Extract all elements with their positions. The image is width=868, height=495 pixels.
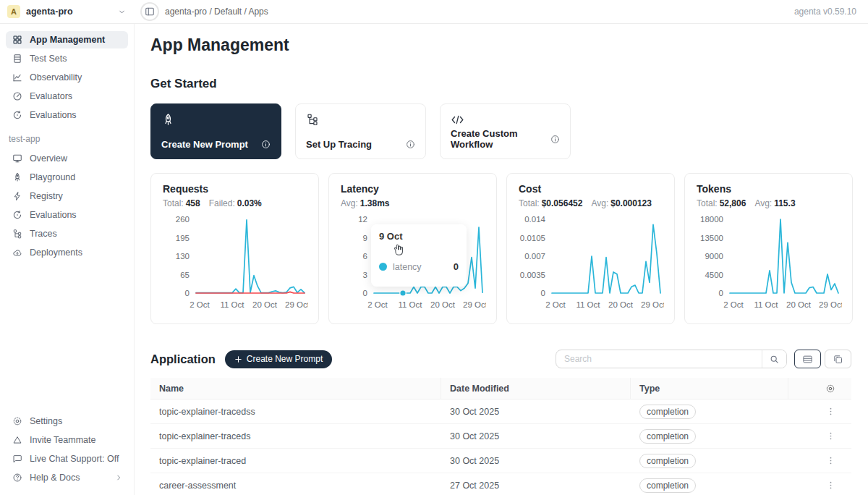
search-button[interactable] — [762, 350, 786, 368]
test-sets-icon — [12, 54, 22, 64]
rocket-icon — [12, 172, 22, 182]
get-started-cards: Create New Prompt Set Up Tracing — [150, 103, 851, 159]
tooltip-value: 0 — [454, 261, 459, 272]
sidebar-item-label: App Management — [30, 35, 105, 45]
sidebar-item-label: Traces — [30, 229, 57, 239]
card-label: Create Custom Workflow — [451, 128, 550, 150]
code-icon — [451, 113, 560, 127]
svg-text:130: 130 — [176, 252, 190, 261]
metric-title: Latency — [341, 183, 485, 195]
stat-label: Avg: — [591, 198, 608, 208]
info-icon[interactable] — [550, 135, 560, 144]
cost-metric-card: Cost Total:$0.056452 Avg:$0.000123 00.00… — [506, 173, 675, 324]
gear-icon — [12, 416, 22, 426]
stat-value: 0.03% — [237, 198, 262, 208]
table-row[interactable]: topic-explainer-traceds 30 Oct 2025 comp… — [150, 424, 851, 449]
table-row[interactable]: topic-explainer-traced 30 Oct 2025 compl… — [150, 449, 851, 473]
workspace-selector[interactable]: A agenta-pro — [0, 5, 135, 18]
app-name: topic-explainer-traced — [150, 456, 441, 466]
type-badge: completion — [639, 454, 696, 468]
stat-value: 52,806 — [720, 198, 746, 208]
sidebar-item-evaluations-app[interactable]: Evaluations — [6, 206, 128, 224]
set-up-tracing-card[interactable]: Set Up Tracing — [295, 103, 426, 159]
sidebar-item-settings[interactable]: Settings — [6, 412, 128, 430]
row-menu-icon[interactable] — [826, 407, 835, 416]
sidebar-item-live-chat-support[interactable]: Live Chat Support: Off — [6, 450, 128, 468]
stat-label: Avg: — [341, 198, 358, 208]
stat-label: Total: — [519, 198, 540, 208]
table-row[interactable]: topic-explainer-tracedss 30 Oct 2025 com… — [150, 399, 851, 424]
sidebar-item-deployments[interactable]: Deployments — [6, 244, 128, 261]
create-new-prompt-button[interactable]: Create New Prompt — [225, 350, 332, 368]
info-icon[interactable] — [261, 140, 271, 149]
chart-tooltip: 9 Oct latency 0 — [371, 224, 467, 287]
column-header-name[interactable]: Name — [150, 378, 441, 399]
card-view-button[interactable] — [825, 350, 851, 368]
cost-chart[interactable]: 00.00350.0070.01050.0142 Oct11 Oct20 Oct… — [519, 212, 663, 316]
rocket-icon — [161, 113, 271, 127]
create-custom-workflow-card[interactable]: Create Custom Workflow — [440, 103, 571, 159]
requests-chart[interactable]: 0651301952602 Oct11 Oct20 Oct29 Oct — [163, 212, 307, 316]
tooltip-date: 9 Oct — [379, 231, 459, 242]
main-content: App Management Get Started Create New Pr… — [135, 24, 868, 495]
sidebar-item-test-sets[interactable]: Test Sets — [6, 50, 128, 67]
info-icon[interactable] — [406, 140, 415, 149]
svg-text:0: 0 — [185, 289, 190, 297]
svg-text:4500: 4500 — [705, 271, 723, 279]
collapse-panel-icon — [145, 7, 155, 17]
table-view-button[interactable] — [794, 350, 821, 368]
sidebar-item-app-management[interactable]: App Management — [6, 31, 128, 48]
sidebar-item-evaluators[interactable]: Evaluators — [6, 88, 128, 105]
stat-value: 458 — [186, 198, 200, 208]
table-settings-gear-icon[interactable] — [825, 384, 835, 394]
metric-cards: Requests Total:458 Failed:0.03% 06513019… — [150, 173, 851, 324]
sidebar-item-playground[interactable]: Playground — [6, 169, 128, 186]
svg-text:0.0035: 0.0035 — [520, 271, 545, 279]
tokens-metric-card: Tokens Total:52,806 Avg:115.3 0450090001… — [684, 173, 853, 324]
tokens-chart[interactable]: 04500900013500180002 Oct11 Oct20 Oct29 O… — [697, 212, 841, 316]
create-button-label: Create New Prompt — [247, 354, 323, 364]
view-toggle — [794, 350, 851, 368]
breadcrumb[interactable]: agenta-pro / Default / Apps — [165, 7, 268, 17]
table-header: Name Date Modified Type — [150, 378, 851, 399]
sidebar-item-invite-teammate[interactable]: Invite Teammate — [6, 431, 128, 449]
metric-title: Cost — [519, 183, 663, 195]
svg-text:2 Oct: 2 Oct — [367, 300, 388, 309]
sidebar-item-label: Evaluations — [30, 110, 77, 120]
sidebar-item-label: Invite Teammate — [30, 435, 95, 445]
svg-text:0.007: 0.007 — [524, 252, 545, 261]
sidebar-item-traces[interactable]: Traces — [6, 225, 128, 242]
sidebar-item-evaluations[interactable]: Evaluations — [6, 106, 128, 124]
invite-icon — [12, 435, 22, 445]
sidebar-item-label: Playground — [30, 172, 75, 182]
sidebar-item-observability[interactable]: Observability — [6, 69, 128, 86]
row-menu-icon[interactable] — [826, 481, 835, 490]
sidebar-collapse-button[interactable] — [140, 2, 159, 21]
svg-text:260: 260 — [176, 215, 190, 224]
svg-text:29 Oct: 29 Oct — [285, 300, 308, 309]
sidebar-item-help-docs[interactable]: Help & Docs — [6, 469, 128, 486]
create-new-prompt-card[interactable]: Create New Prompt — [150, 103, 281, 159]
sidebar-item-overview[interactable]: Overview — [6, 150, 128, 167]
svg-text:2 Oct: 2 Oct — [545, 300, 566, 309]
table-row[interactable]: career-assessment 27 Oct 2025 completion — [150, 473, 851, 495]
column-header-type[interactable]: Type — [631, 378, 788, 399]
stat-value: 115.3 — [774, 198, 795, 208]
svg-text:3: 3 — [363, 271, 367, 279]
metric-stats: Total:52,806 Avg:115.3 — [697, 198, 841, 208]
svg-text:29 Oct: 29 Oct — [641, 300, 664, 309]
row-menu-icon[interactable] — [826, 431, 835, 441]
row-menu-icon[interactable] — [826, 456, 835, 465]
search-input[interactable] — [556, 354, 762, 364]
svg-text:65: 65 — [180, 271, 190, 279]
svg-text:20 Oct: 20 Oct — [786, 300, 812, 309]
sidebar-item-registry[interactable]: Registry — [6, 187, 128, 205]
table-view-icon — [802, 354, 813, 365]
column-header-date-modified[interactable]: Date Modified — [441, 378, 631, 399]
type-badge: completion — [639, 478, 696, 493]
app-name: topic-explainer-tracedss — [150, 407, 441, 417]
chevron-right-icon — [115, 474, 122, 481]
workspace-name: agenta-pro — [26, 7, 112, 17]
bolt-icon — [12, 191, 22, 201]
sidebar-item-label: Overview — [30, 153, 67, 164]
